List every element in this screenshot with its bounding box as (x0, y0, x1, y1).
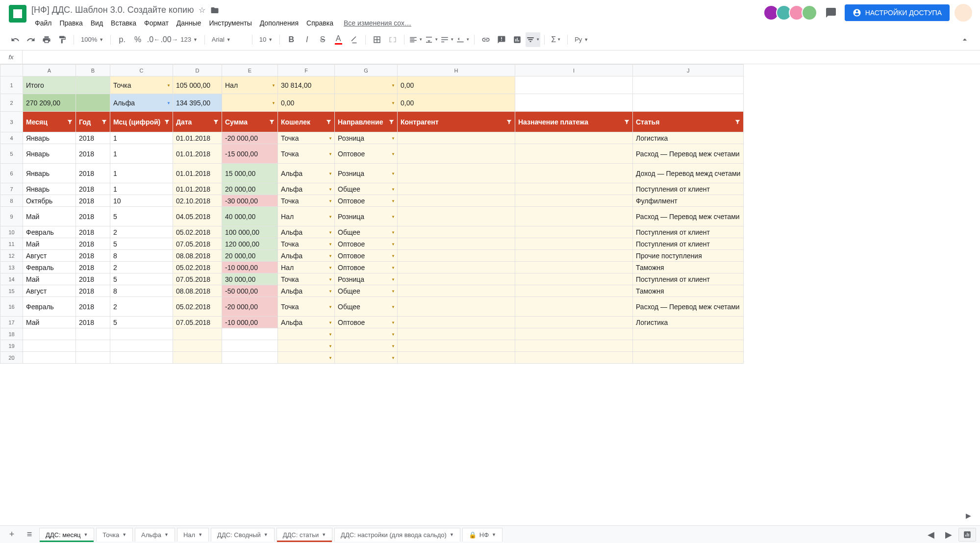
cell-B9[interactable]: 2018 (76, 207, 110, 226)
row-header-1[interactable]: 1 (0, 76, 23, 94)
dropdown-arrow-icon[interactable]: ▼ (391, 289, 395, 293)
dropdown-arrow-icon[interactable]: ▼ (391, 198, 395, 203)
cell-B4[interactable]: 2018 (76, 132, 110, 144)
row-header-3[interactable]: 3 (0, 112, 23, 132)
dropdown-arrow-icon[interactable]: ▼ (391, 83, 395, 87)
cell-D4[interactable]: 01.01.2018 (173, 132, 222, 144)
cell-I6[interactable] (515, 164, 633, 183)
cell-J7[interactable]: Поступления от клиент (633, 183, 744, 195)
table-header-A[interactable]: Месяц (23, 112, 76, 132)
cell-C2[interactable]: Альфа▼ (110, 94, 173, 112)
dropdown-arrow-icon[interactable]: ▼ (328, 320, 332, 324)
table-header-C[interactable]: Мсц (цифрой) (110, 112, 173, 132)
menu-format[interactable]: Формат (141, 17, 172, 29)
col-header-B[interactable]: B (76, 65, 110, 76)
menu-help[interactable]: Справка (303, 17, 337, 29)
cell-G10[interactable]: Общее▼ (335, 226, 398, 238)
dropdown-arrow-icon[interactable]: ▼ (328, 332, 332, 336)
filter-icon[interactable] (101, 119, 108, 125)
row-header-20[interactable]: 20 (0, 352, 23, 364)
functions-button[interactable]: Σ▼ (549, 32, 563, 47)
cell-A16[interactable]: Февраль (23, 297, 76, 317)
cell-A2[interactable]: 270 209,00 (23, 94, 76, 112)
collaborator-avatars[interactable] (766, 5, 817, 21)
cell-I18[interactable] (515, 328, 633, 340)
row-header-7[interactable]: 7 (0, 183, 23, 195)
fx-label[interactable]: fx (0, 50, 23, 64)
dropdown-arrow-icon[interactable]: ▼ (328, 187, 332, 191)
dropdown-arrow-icon[interactable]: ▼ (391, 230, 395, 234)
dropdown-arrow-icon[interactable]: ▼ (328, 230, 332, 234)
cell-G7[interactable]: Общее▼ (335, 183, 398, 195)
cell-G9[interactable]: Розница▼ (335, 207, 398, 226)
col-header-A[interactable]: A (23, 65, 76, 76)
cell-G20[interactable]: ▼ (335, 352, 398, 364)
cell-A12[interactable]: Август (23, 250, 76, 262)
cell-I19[interactable] (515, 340, 633, 352)
menu-insert[interactable]: Вставка (107, 17, 140, 29)
cell-A17[interactable]: Май (23, 317, 76, 328)
cell-H11[interactable] (398, 238, 515, 250)
dropdown-arrow-icon[interactable]: ▼ (391, 151, 395, 156)
text-color-button[interactable]: A (331, 32, 346, 47)
cell-F7[interactable]: Альфа▼ (278, 183, 335, 195)
cell-J17[interactable]: Логистика (633, 317, 744, 328)
table-header-B[interactable]: Год (76, 112, 110, 132)
row-header-15[interactable]: 15 (0, 285, 23, 297)
dropdown-arrow-icon[interactable]: ▼ (328, 242, 332, 246)
cell-H15[interactable] (398, 285, 515, 297)
cell-J15[interactable]: Таможня (633, 285, 744, 297)
cell-E15[interactable]: -50 000,00 (222, 285, 278, 297)
comment-button[interactable] (494, 32, 509, 47)
cell-C18[interactable] (110, 328, 173, 340)
cell-A20[interactable] (23, 352, 76, 364)
dropdown-arrow-icon[interactable]: ▼ (328, 277, 332, 281)
cell-G6[interactable]: Розница▼ (335, 164, 398, 183)
cell-H18[interactable] (398, 328, 515, 340)
dropdown-arrow-icon[interactable]: ▼ (328, 214, 332, 219)
cell-F10[interactable]: Альфа▼ (278, 226, 335, 238)
cell-B6[interactable]: 2018 (76, 164, 110, 183)
cell-I11[interactable] (515, 238, 633, 250)
dropdown-arrow-icon[interactable]: ▼ (272, 100, 276, 105)
cell-A1[interactable]: Итого (23, 76, 76, 94)
cell-A7[interactable]: Январь (23, 183, 76, 195)
dropdown-arrow-icon[interactable]: ▼ (328, 253, 332, 258)
row-header-11[interactable]: 11 (0, 238, 23, 250)
row-header-14[interactable]: 14 (0, 273, 23, 285)
cell-J11[interactable]: Поступления от клиент (633, 238, 744, 250)
cell-A8[interactable]: Октябрь (23, 195, 76, 207)
bold-button[interactable]: B (284, 32, 299, 47)
dropdown-arrow-icon[interactable]: ▼ (391, 136, 395, 140)
cell-B5[interactable]: 2018 (76, 144, 110, 164)
cell-G5[interactable]: Оптовое▼ (335, 144, 398, 164)
cell-G11[interactable]: Оптовое▼ (335, 238, 398, 250)
cell-E12[interactable]: 20 000,00 (222, 250, 278, 262)
cell-G15[interactable]: Общее▼ (335, 285, 398, 297)
col-header-H[interactable]: H (398, 65, 515, 76)
cell-D12[interactable]: 08.08.2018 (173, 250, 222, 262)
cell-B11[interactable]: 2018 (76, 238, 110, 250)
cell-A11[interactable]: Май (23, 238, 76, 250)
cell-D1[interactable]: 105 000,00 (173, 76, 222, 94)
dropdown-arrow-icon[interactable]: ▼ (167, 100, 171, 105)
cell-E4[interactable]: -20 000,00 (222, 132, 278, 144)
cell-D9[interactable]: 04.05.2018 (173, 207, 222, 226)
cell-G1[interactable]: ▼ (335, 76, 398, 94)
cell-D6[interactable]: 01.01.2018 (173, 164, 222, 183)
dropdown-arrow-icon[interactable]: ▼ (328, 344, 332, 348)
cell-D18[interactable] (173, 328, 222, 340)
profile-avatar[interactable] (955, 4, 972, 22)
cell-H8[interactable] (398, 195, 515, 207)
cell-C14[interactable]: 5 (110, 273, 173, 285)
cell-H6[interactable] (398, 164, 515, 183)
cell-B8[interactable]: 2018 (76, 195, 110, 207)
scroll-right-arrow[interactable]: ▶ (966, 512, 971, 519)
cell-F4[interactable]: Точка▼ (278, 132, 335, 144)
cell-E16[interactable]: -20 000,00 (222, 297, 278, 317)
dropdown-arrow-icon[interactable]: ▼ (391, 320, 395, 324)
cell-B19[interactable] (76, 340, 110, 352)
cell-J16[interactable]: Расход — Перевод меж счетами (633, 297, 744, 317)
link-button[interactable] (478, 32, 493, 47)
cell-H2[interactable]: 0,00 (398, 94, 515, 112)
